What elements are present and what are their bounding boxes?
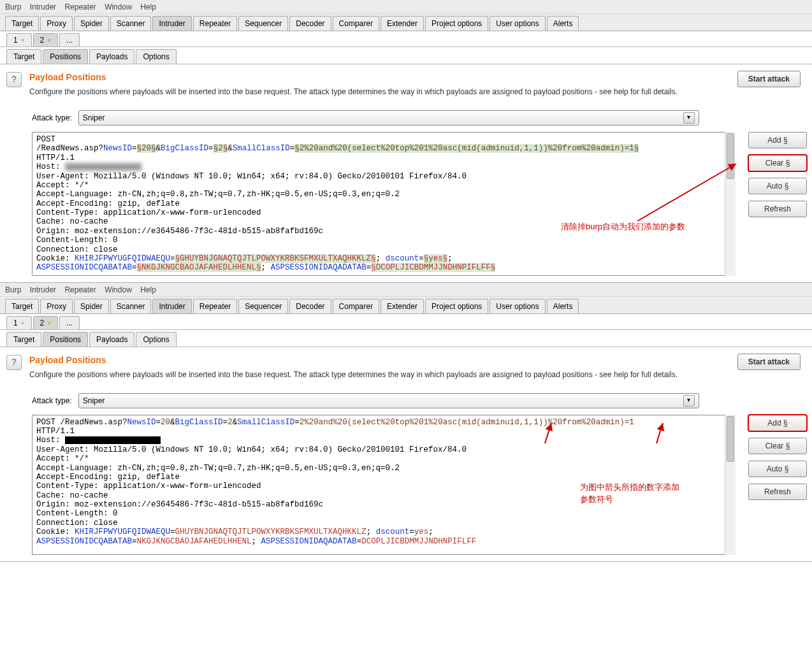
sub-tab-target[interactable]: Target	[6, 332, 41, 347]
tab-spider[interactable]: Spider	[74, 16, 109, 31]
menu-window[interactable]: Window	[105, 285, 132, 294]
section-title: Payload Positions	[29, 355, 678, 365]
main-tabs: Target Proxy Spider Scanner Intruder Rep…	[0, 297, 812, 314]
menu-repeater[interactable]: Repeater	[64, 3, 96, 11]
refresh-button[interactable]: Refresh	[748, 484, 807, 500]
tab-decoder[interactable]: Decoder	[289, 16, 331, 31]
editor-scrollbar[interactable]	[725, 132, 736, 276]
attack-tab-2[interactable]: 2×	[33, 316, 59, 329]
positions-content: Start attack ? Payload Positions Configu…	[0, 347, 812, 561]
sub-tab-target[interactable]: Target	[6, 49, 41, 64]
sub-tab-options[interactable]: Options	[136, 49, 176, 64]
menu-intruder[interactable]: Intruder	[30, 285, 56, 294]
tab-sequencer[interactable]: Sequencer	[238, 16, 288, 31]
tab-comparer[interactable]: Comparer	[333, 16, 379, 31]
scrollbar-thumb[interactable]	[727, 133, 734, 179]
tab-target[interactable]: Target	[5, 299, 39, 313]
start-attack-button[interactable]: Start attack	[737, 71, 801, 87]
auto-position-button[interactable]: Auto §	[748, 178, 807, 194]
menu-help[interactable]: Help	[140, 285, 156, 294]
positions-content: Start attack ? Payload Positions Configu…	[0, 64, 812, 282]
attack-number-tabs: 1× 2× ...	[0, 314, 812, 330]
annotation-add-1: 为图中箭头所指的数字添加	[580, 482, 679, 493]
tab-intruder[interactable]: Intruder	[152, 16, 191, 31]
annotation-add-2: 参数符号	[580, 494, 613, 505]
menu-repeater[interactable]: Repeater	[64, 285, 96, 294]
tab-decoder[interactable]: Decoder	[289, 299, 331, 313]
sub-tab-payloads[interactable]: Payloads	[89, 49, 134, 64]
tab-intruder[interactable]: Intruder	[152, 299, 191, 313]
editor-scrollbar[interactable]	[725, 415, 736, 555]
menu-burp[interactable]: Burp	[5, 3, 21, 11]
tab-proxy[interactable]: Proxy	[40, 299, 73, 313]
tab-user-options[interactable]: User options	[489, 16, 545, 31]
tab-sequencer[interactable]: Sequencer	[238, 299, 288, 313]
auto-position-button[interactable]: Auto §	[748, 461, 807, 477]
tab-scanner[interactable]: Scanner	[110, 299, 152, 313]
clear-position-button[interactable]: Clear §	[748, 155, 807, 171]
annotation-clear: 清除掉burp自动为我们添加的参数	[561, 221, 685, 233]
help-button[interactable]: ?	[6, 355, 22, 370]
sub-tab-positions[interactable]: Positions	[43, 332, 88, 347]
menu-burp[interactable]: Burp	[5, 285, 21, 294]
attack-type-label: Attack type:	[32, 113, 72, 122]
tab-scanner[interactable]: Scanner	[110, 16, 152, 31]
close-icon[interactable]: ×	[47, 320, 51, 327]
section-description: Configure the positions where payloads w…	[29, 86, 678, 97]
menu-help[interactable]: Help	[140, 3, 156, 11]
main-tabs: Target Proxy Spider Scanner Intruder Rep…	[0, 14, 812, 31]
attack-tab-1[interactable]: 1×	[6, 33, 32, 47]
start-attack-button[interactable]: Start attack	[737, 354, 801, 370]
menubar: Burp Intruder Repeater Window Help	[0, 0, 812, 14]
sub-tab-payloads[interactable]: Payloads	[89, 332, 134, 347]
close-icon[interactable]: ×	[21, 37, 25, 44]
tab-alerts[interactable]: Alerts	[547, 16, 579, 31]
attack-tab-more[interactable]: ...	[59, 33, 80, 47]
sub-tab-options[interactable]: Options	[136, 332, 176, 347]
tab-repeater[interactable]: Repeater	[193, 299, 237, 313]
dropdown-arrow-icon[interactable]: ▾	[683, 395, 695, 406]
intruder-sub-tabs: Target Positions Payloads Options	[0, 47, 812, 64]
tab-project-options[interactable]: Project options	[425, 299, 488, 313]
tab-extender[interactable]: Extender	[381, 299, 424, 313]
attack-type-label: Attack type:	[32, 396, 72, 405]
tab-proxy[interactable]: Proxy	[40, 16, 73, 31]
attack-tab-more[interactable]: ...	[59, 316, 80, 329]
tab-spider[interactable]: Spider	[74, 299, 109, 313]
menu-window[interactable]: Window	[105, 3, 132, 11]
section-description: Configure the positions where payloads w…	[29, 369, 678, 380]
tab-repeater[interactable]: Repeater	[193, 16, 237, 31]
intruder-sub-tabs: Target Positions Payloads Options	[0, 330, 812, 347]
menu-intruder[interactable]: Intruder	[30, 3, 56, 11]
scrollbar-thumb[interactable]	[727, 416, 734, 462]
dropdown-arrow-icon[interactable]: ▾	[683, 112, 695, 124]
attack-type-select[interactable]: Sniper ▾	[78, 110, 699, 126]
section-title: Payload Positions	[29, 72, 678, 82]
tab-comparer[interactable]: Comparer	[333, 299, 379, 313]
redacted-host: x	[65, 436, 161, 444]
help-button[interactable]: ?	[6, 72, 22, 87]
tab-target[interactable]: Target	[5, 16, 39, 31]
tab-extender[interactable]: Extender	[381, 16, 424, 31]
attack-type-value: Sniper	[83, 396, 105, 405]
redacted-host: x	[65, 163, 141, 171]
positions-side-buttons: Add § Clear § Auto § Refresh	[748, 415, 806, 555]
request-editor[interactable]: POST /ReadNews.asp?NewsID=§20§&BigClassI…	[32, 132, 736, 276]
menubar: Burp Intruder Repeater Window Help	[0, 283, 812, 297]
attack-tab-1[interactable]: 1×	[6, 316, 32, 329]
attack-type-value: Sniper	[83, 113, 105, 122]
clear-position-button[interactable]: Clear §	[748, 438, 807, 454]
tab-project-options[interactable]: Project options	[425, 16, 488, 31]
refresh-button[interactable]: Refresh	[748, 201, 807, 217]
close-icon[interactable]: ×	[21, 320, 25, 327]
add-position-button[interactable]: Add §	[748, 415, 807, 431]
tab-user-options[interactable]: User options	[489, 299, 545, 313]
tab-alerts[interactable]: Alerts	[547, 299, 579, 313]
attack-tab-2[interactable]: 2×	[33, 33, 59, 47]
sub-tab-positions[interactable]: Positions	[43, 49, 88, 64]
attack-number-tabs: 1× 2× ...	[0, 31, 812, 47]
attack-type-select[interactable]: Sniper ▾	[78, 393, 699, 408]
add-position-button[interactable]: Add §	[748, 132, 807, 148]
positions-side-buttons: Add § Clear § Auto § Refresh	[748, 132, 806, 276]
close-icon[interactable]: ×	[47, 37, 51, 44]
